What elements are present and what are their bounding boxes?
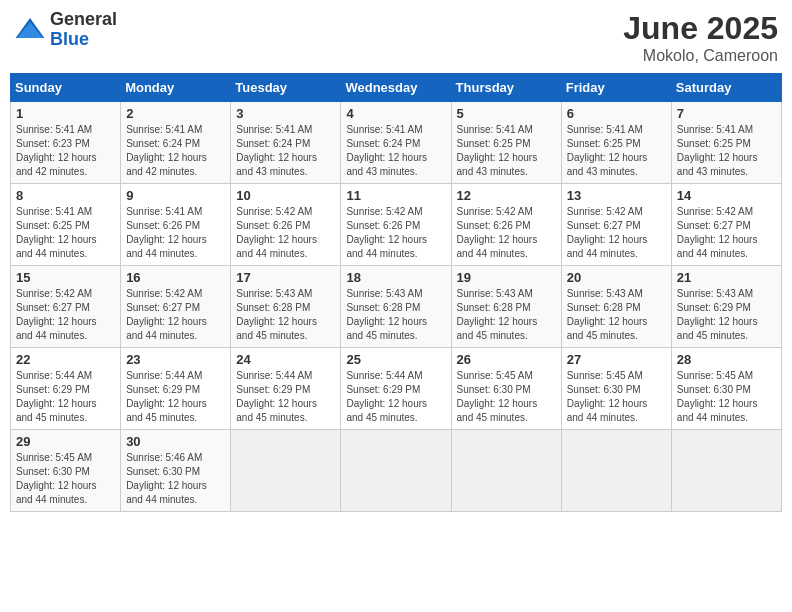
day-number: 6 [567,106,666,121]
day-info: Sunrise: 5:42 AMSunset: 6:26 PMDaylight:… [236,205,335,261]
day-info: Sunrise: 5:43 AMSunset: 6:29 PMDaylight:… [677,287,776,343]
calendar-day-cell [451,430,561,512]
logo-text: General Blue [50,10,117,50]
calendar-day-cell: 12Sunrise: 5:42 AMSunset: 6:26 PMDayligh… [451,184,561,266]
calendar-day-cell: 8Sunrise: 5:41 AMSunset: 6:25 PMDaylight… [11,184,121,266]
day-info: Sunrise: 5:42 AMSunset: 6:27 PMDaylight:… [677,205,776,261]
calendar-day-cell: 5Sunrise: 5:41 AMSunset: 6:25 PMDaylight… [451,102,561,184]
calendar-day-cell: 14Sunrise: 5:42 AMSunset: 6:27 PMDayligh… [671,184,781,266]
calendar-day-cell: 9Sunrise: 5:41 AMSunset: 6:26 PMDaylight… [121,184,231,266]
day-number: 3 [236,106,335,121]
day-number: 9 [126,188,225,203]
day-info: Sunrise: 5:46 AMSunset: 6:30 PMDaylight:… [126,451,225,507]
day-info: Sunrise: 5:45 AMSunset: 6:30 PMDaylight:… [677,369,776,425]
day-number: 17 [236,270,335,285]
calendar-day-cell [231,430,341,512]
day-number: 15 [16,270,115,285]
calendar-week-row: 29Sunrise: 5:45 AMSunset: 6:30 PMDayligh… [11,430,782,512]
day-number: 26 [457,352,556,367]
calendar-day-cell: 11Sunrise: 5:42 AMSunset: 6:26 PMDayligh… [341,184,451,266]
day-info: Sunrise: 5:43 AMSunset: 6:28 PMDaylight:… [346,287,445,343]
calendar-day-cell: 15Sunrise: 5:42 AMSunset: 6:27 PMDayligh… [11,266,121,348]
calendar-header-row: SundayMondayTuesdayWednesdayThursdayFrid… [11,74,782,102]
day-number: 29 [16,434,115,449]
calendar-day-cell: 24Sunrise: 5:44 AMSunset: 6:29 PMDayligh… [231,348,341,430]
calendar-day-cell: 19Sunrise: 5:43 AMSunset: 6:28 PMDayligh… [451,266,561,348]
calendar-week-row: 1Sunrise: 5:41 AMSunset: 6:23 PMDaylight… [11,102,782,184]
day-of-week-header: Monday [121,74,231,102]
header: General Blue June 2025 Mokolo, Cameroon [10,10,782,65]
svg-marker-1 [17,22,43,38]
calendar-day-cell: 2Sunrise: 5:41 AMSunset: 6:24 PMDaylight… [121,102,231,184]
day-of-week-header: Saturday [671,74,781,102]
calendar-day-cell: 23Sunrise: 5:44 AMSunset: 6:29 PMDayligh… [121,348,231,430]
day-info: Sunrise: 5:41 AMSunset: 6:25 PMDaylight:… [16,205,115,261]
calendar-day-cell: 10Sunrise: 5:42 AMSunset: 6:26 PMDayligh… [231,184,341,266]
calendar-day-cell: 18Sunrise: 5:43 AMSunset: 6:28 PMDayligh… [341,266,451,348]
day-info: Sunrise: 5:45 AMSunset: 6:30 PMDaylight:… [567,369,666,425]
day-info: Sunrise: 5:41 AMSunset: 6:26 PMDaylight:… [126,205,225,261]
location-subtitle: Mokolo, Cameroon [623,47,778,65]
calendar-day-cell: 13Sunrise: 5:42 AMSunset: 6:27 PMDayligh… [561,184,671,266]
calendar-day-cell: 7Sunrise: 5:41 AMSunset: 6:25 PMDaylight… [671,102,781,184]
day-info: Sunrise: 5:41 AMSunset: 6:24 PMDaylight:… [126,123,225,179]
day-info: Sunrise: 5:43 AMSunset: 6:28 PMDaylight:… [567,287,666,343]
day-number: 22 [16,352,115,367]
calendar-day-cell: 29Sunrise: 5:45 AMSunset: 6:30 PMDayligh… [11,430,121,512]
calendar-week-row: 8Sunrise: 5:41 AMSunset: 6:25 PMDaylight… [11,184,782,266]
day-number: 7 [677,106,776,121]
day-number: 19 [457,270,556,285]
calendar-day-cell [341,430,451,512]
day-number: 13 [567,188,666,203]
day-info: Sunrise: 5:41 AMSunset: 6:25 PMDaylight:… [677,123,776,179]
calendar-day-cell: 16Sunrise: 5:42 AMSunset: 6:27 PMDayligh… [121,266,231,348]
calendar-day-cell: 3Sunrise: 5:41 AMSunset: 6:24 PMDaylight… [231,102,341,184]
day-number: 10 [236,188,335,203]
calendar-day-cell [561,430,671,512]
day-number: 5 [457,106,556,121]
day-info: Sunrise: 5:45 AMSunset: 6:30 PMDaylight:… [16,451,115,507]
calendar-day-cell: 25Sunrise: 5:44 AMSunset: 6:29 PMDayligh… [341,348,451,430]
day-number: 24 [236,352,335,367]
day-of-week-header: Tuesday [231,74,341,102]
calendar-day-cell: 22Sunrise: 5:44 AMSunset: 6:29 PMDayligh… [11,348,121,430]
calendar-day-cell: 1Sunrise: 5:41 AMSunset: 6:23 PMDaylight… [11,102,121,184]
day-number: 27 [567,352,666,367]
day-info: Sunrise: 5:44 AMSunset: 6:29 PMDaylight:… [126,369,225,425]
day-info: Sunrise: 5:41 AMSunset: 6:25 PMDaylight:… [567,123,666,179]
day-info: Sunrise: 5:42 AMSunset: 6:27 PMDaylight:… [126,287,225,343]
day-number: 11 [346,188,445,203]
day-number: 18 [346,270,445,285]
day-info: Sunrise: 5:41 AMSunset: 6:24 PMDaylight:… [236,123,335,179]
calendar-day-cell: 17Sunrise: 5:43 AMSunset: 6:28 PMDayligh… [231,266,341,348]
day-info: Sunrise: 5:43 AMSunset: 6:28 PMDaylight:… [457,287,556,343]
calendar-day-cell [671,430,781,512]
day-number: 25 [346,352,445,367]
day-info: Sunrise: 5:42 AMSunset: 6:26 PMDaylight:… [457,205,556,261]
day-number: 30 [126,434,225,449]
day-number: 16 [126,270,225,285]
calendar-table: SundayMondayTuesdayWednesdayThursdayFrid… [10,73,782,512]
day-of-week-header: Sunday [11,74,121,102]
day-info: Sunrise: 5:42 AMSunset: 6:27 PMDaylight:… [16,287,115,343]
calendar-day-cell: 30Sunrise: 5:46 AMSunset: 6:30 PMDayligh… [121,430,231,512]
day-info: Sunrise: 5:41 AMSunset: 6:23 PMDaylight:… [16,123,115,179]
day-number: 1 [16,106,115,121]
logo-general-text: General [50,10,117,30]
day-info: Sunrise: 5:44 AMSunset: 6:29 PMDaylight:… [346,369,445,425]
calendar-day-cell: 4Sunrise: 5:41 AMSunset: 6:24 PMDaylight… [341,102,451,184]
calendar-week-row: 22Sunrise: 5:44 AMSunset: 6:29 PMDayligh… [11,348,782,430]
day-info: Sunrise: 5:43 AMSunset: 6:28 PMDaylight:… [236,287,335,343]
calendar-day-cell: 28Sunrise: 5:45 AMSunset: 6:30 PMDayligh… [671,348,781,430]
day-of-week-header: Friday [561,74,671,102]
calendar-day-cell: 26Sunrise: 5:45 AMSunset: 6:30 PMDayligh… [451,348,561,430]
day-number: 2 [126,106,225,121]
calendar-day-cell: 21Sunrise: 5:43 AMSunset: 6:29 PMDayligh… [671,266,781,348]
day-number: 21 [677,270,776,285]
title-area: June 2025 Mokolo, Cameroon [623,10,778,65]
day-info: Sunrise: 5:41 AMSunset: 6:25 PMDaylight:… [457,123,556,179]
day-info: Sunrise: 5:44 AMSunset: 6:29 PMDaylight:… [16,369,115,425]
calendar-day-cell: 6Sunrise: 5:41 AMSunset: 6:25 PMDaylight… [561,102,671,184]
day-number: 12 [457,188,556,203]
day-info: Sunrise: 5:42 AMSunset: 6:26 PMDaylight:… [346,205,445,261]
